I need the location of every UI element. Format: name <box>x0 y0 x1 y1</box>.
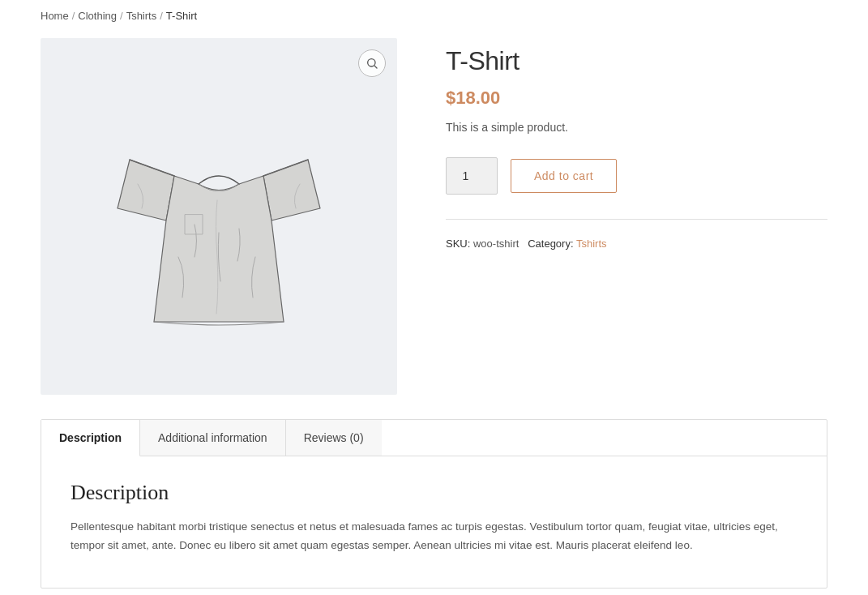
page-wrapper: Home / Clothing / Tshirts / T-Shirt <box>0 0 868 595</box>
tab-content-description: Description Pellentesque habitant morbi … <box>41 456 827 588</box>
breadcrumb-clothing[interactable]: Clothing <box>78 10 117 22</box>
sku-label: SKU: <box>446 238 470 250</box>
category-link[interactable]: Tshirts <box>576 238 607 250</box>
zoom-button[interactable] <box>358 49 386 77</box>
product-meta: SKU: woo-tshirt Category: Tshirts <box>446 234 827 253</box>
product-title: T-Shirt <box>446 46 827 76</box>
tab-header: Description Additional information Revie… <box>41 420 827 456</box>
add-to-cart-row: Add to cart <box>446 157 827 195</box>
product-price: $18.00 <box>446 88 827 109</box>
tab-content-body: Pellentesque habitant morbi tristique se… <box>71 518 797 555</box>
breadcrumb-sep-3: / <box>160 10 163 22</box>
product-image <box>113 95 324 338</box>
breadcrumb-sep-2: / <box>120 10 123 22</box>
product-short-description: This is a simple product. <box>446 118 827 136</box>
breadcrumb: Home / Clothing / Tshirts / T-Shirt <box>41 10 827 22</box>
sku-value-text: woo-tshirt <box>473 238 519 250</box>
product-image-area <box>41 38 397 395</box>
tab-additional-information[interactable]: Additional information <box>140 420 286 456</box>
breadcrumb-current: T-Shirt <box>166 10 197 22</box>
svg-line-1 <box>374 66 377 68</box>
breadcrumb-home[interactable]: Home <box>41 10 69 22</box>
tab-description[interactable]: Description <box>41 420 140 456</box>
tab-reviews[interactable]: Reviews (0) <box>286 420 382 456</box>
svg-point-0 <box>368 59 375 66</box>
tab-content-title: Description <box>71 481 797 505</box>
tabs-section: Description Additional information Revie… <box>41 419 827 589</box>
product-details: T-Shirt $18.00 This is a simple product.… <box>446 38 827 395</box>
breadcrumb-tshirts[interactable]: Tshirts <box>126 10 157 22</box>
add-to-cart-button[interactable]: Add to cart <box>511 159 617 193</box>
product-meta-divider <box>446 219 827 220</box>
product-section: T-Shirt $18.00 This is a simple product.… <box>41 38 827 395</box>
breadcrumb-sep-1: / <box>72 10 75 22</box>
category-label: Category: <box>528 238 573 250</box>
quantity-input[interactable] <box>446 157 498 195</box>
